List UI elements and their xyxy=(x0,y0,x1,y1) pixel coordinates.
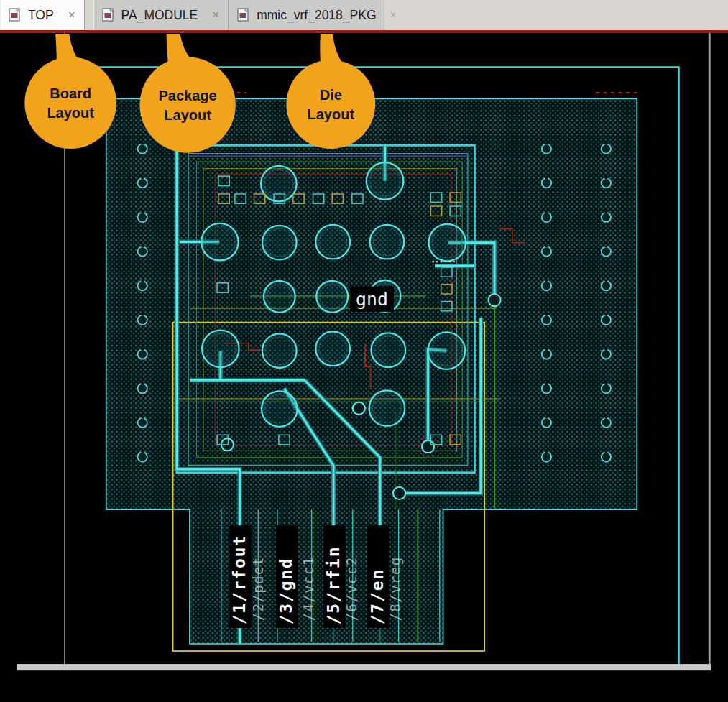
window-border-bottom xyxy=(17,664,711,670)
tab-mmic-vrf-2018-pkg[interactable]: mmic_vrf_2018_PKG xyxy=(229,0,384,30)
svg-text:Package: Package xyxy=(159,88,217,103)
tab-label: mmic_vrf_2018_PKG xyxy=(257,8,376,23)
tab-pa-module[interactable]: PA_MODULE × xyxy=(93,0,229,30)
layout-doc-icon xyxy=(101,8,116,22)
layout-doc-icon xyxy=(8,8,22,22)
pin-label-4: /4/vcc1 xyxy=(300,556,316,621)
tab-label: PA_MODULE xyxy=(121,8,198,23)
svg-text:Board: Board xyxy=(50,86,91,101)
design-tab-bar: TOP × PA_MODULE × mmic_vrf_2018_PKG × xyxy=(0,0,728,31)
pin-label-3: /3/gnd xyxy=(277,557,295,624)
die-net-label: gnd xyxy=(350,287,394,312)
tab-top[interactable]: TOP × xyxy=(0,0,85,30)
pin-label-2: /2/pdet xyxy=(250,556,266,621)
svg-text:gnd: gnd xyxy=(356,289,388,310)
tab-close-icon-overflow[interactable]: × xyxy=(384,0,402,30)
layout-editor-window: TOP × PA_MODULE × mmic_vrf_2018_PKG × xyxy=(0,0,728,702)
pin-label-8: /8/vreg xyxy=(387,556,403,621)
pin-label-6: /6/vcc2 xyxy=(344,556,359,621)
pin-label-1: /1/rfout xyxy=(230,535,249,624)
tab-close-icon[interactable]: × xyxy=(67,8,77,22)
svg-text:Layout: Layout xyxy=(47,105,94,121)
tab-label: TOP xyxy=(28,8,54,23)
svg-text:Layout: Layout xyxy=(308,106,355,122)
pcb-canvas[interactable]: gnd /1/rfout /2/pdet /3/gnd /4/vcc1 /5/r… xyxy=(0,33,728,702)
svg-text:Die: Die xyxy=(320,87,342,103)
layout-doc-icon xyxy=(236,8,251,22)
pin-label-5: /5/rfin xyxy=(324,546,343,625)
pin-label-7: /7/en xyxy=(368,568,387,624)
tab-close-icon[interactable]: × xyxy=(211,8,221,22)
svg-text:Layout: Layout xyxy=(164,107,211,123)
